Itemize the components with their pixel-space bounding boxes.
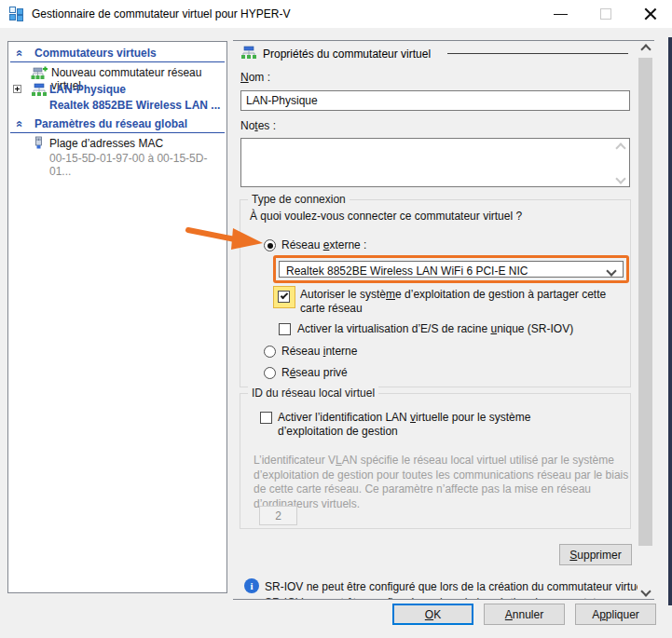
chevron-down-icon xyxy=(606,265,616,276)
connection-question: À quoi voulez-vous connecter ce commutat… xyxy=(250,210,522,224)
scrollbar-thumb[interactable] xyxy=(638,58,652,546)
section-divider xyxy=(10,132,225,133)
sidebar-item-mac-range-value[interactable]: 00-15-5D-01-97-00 à 00-15-5D-01... xyxy=(8,151,226,167)
clipped-next-line: SR-IOV ne peut être configuré que lors d… xyxy=(265,596,628,600)
check-icon xyxy=(281,292,288,299)
switch-properties-pane: Propriétés du commutateur virtuel Nom : … xyxy=(233,40,654,600)
group-title: ID du réseau local virtuel xyxy=(248,387,378,400)
notes-textarea[interactable] xyxy=(240,138,630,187)
adapter-highlight-annotation: Realtek 8852BE Wireless LAN WiFi 6 PCI-E… xyxy=(273,255,629,283)
adapter-selected-value: Realtek 8852BE Wireless LAN WiFi 6 PCI-E… xyxy=(286,265,528,278)
virtual-switch-icon xyxy=(240,46,257,60)
adapter-dropdown[interactable]: Realtek 8852BE Wireless LAN WiFi 6 PCI-E… xyxy=(279,261,624,278)
virtual-switch-icon xyxy=(31,83,48,97)
private-network-label: Réseau privé xyxy=(281,366,348,380)
delete-button[interactable]: Supprimer xyxy=(559,544,632,565)
new-switch-icon xyxy=(31,66,48,80)
connection-type-group: Type de connexion À quoi voulez-vous con… xyxy=(240,199,631,387)
sriov-info-message: SR-IOV ne peut être configuré que lors d… xyxy=(265,580,649,593)
external-network-label: Réseau externe : xyxy=(281,238,366,252)
hyperv-app-icon xyxy=(9,7,24,21)
group-title: Type de connexion xyxy=(248,193,350,206)
close-button[interactable] xyxy=(630,0,672,28)
sidebar-item-new-switch[interactable]: Nouveau commutateur réseau virtuel xyxy=(8,65,226,81)
minimize-icon xyxy=(554,14,568,15)
share-os-label: Autoriser le système d’exploitation de g… xyxy=(300,288,632,316)
scroll-down-button[interactable] xyxy=(638,583,653,599)
sriov-label: Activer la virtualisation d’E/S de racin… xyxy=(297,322,573,336)
window-title: Gestionnaire de commutateur virtuel pour… xyxy=(32,7,290,20)
vlan-description: L’identificateur VLAN spécifie le réseau… xyxy=(254,454,630,511)
name-label: Nom : xyxy=(240,71,270,84)
collapse-chevron-icon: « xyxy=(14,120,25,127)
maximize-button xyxy=(585,0,627,28)
sidebar-item-lan-adapter[interactable]: Realtek 8852BE Wireless LAN ... xyxy=(8,98,226,114)
sidebar-section-global-settings[interactable]: « Paramètres du réseau global xyxy=(8,115,226,132)
section-title: Propriétés du commutateur virtuel xyxy=(263,48,431,61)
scroll-down-icon xyxy=(640,586,651,596)
vlan-id-input xyxy=(259,506,297,525)
scroll-up-button[interactable] xyxy=(638,41,653,57)
sriov-checkbox[interactable] xyxy=(279,323,291,335)
maximize-icon xyxy=(600,8,611,20)
cancel-button[interactable]: Annuler xyxy=(484,604,565,625)
minimize-button[interactable] xyxy=(541,0,583,28)
annotation-arrow xyxy=(185,224,267,251)
section-rule xyxy=(447,53,628,54)
window-right-border xyxy=(668,37,672,605)
vlan-enable-checkbox[interactable] xyxy=(260,412,272,424)
switch-tree-panel: « Commutateurs virtuels Nouveau commutat… xyxy=(7,41,227,593)
vlan-enable-label: Activer l’identification LAN virtuelle p… xyxy=(278,411,595,439)
vlan-id-group: ID du réseau local virtuel Activer l’ide… xyxy=(240,393,631,529)
share-os-checkbox[interactable] xyxy=(278,291,290,303)
internal-network-label: Réseau interne xyxy=(281,345,357,359)
private-network-radio[interactable] xyxy=(264,367,276,379)
share-checkbox-highlight-annotation xyxy=(273,286,295,308)
pane-scrollbar[interactable] xyxy=(638,41,653,599)
collapse-chevron-icon: « xyxy=(14,49,25,56)
scroll-up-icon xyxy=(640,44,651,54)
sidebar-item-mac-range[interactable]: Plage d’adresses MAC xyxy=(8,136,226,152)
title-bar: Gestionnaire de commutateur virtuel pour… xyxy=(0,0,672,28)
scroll-up-icon xyxy=(615,143,625,153)
mac-address-icon xyxy=(34,136,44,150)
sidebar-item-lan-physique[interactable]: LAN-Physique xyxy=(8,82,226,98)
close-icon xyxy=(644,7,657,20)
apply-button[interactable]: Appliquer xyxy=(575,604,656,625)
notes-label: Notes : xyxy=(240,119,276,132)
sidebar-section-virtual-switches[interactable]: « Commutateurs virtuels xyxy=(8,45,226,61)
scroll-down-icon xyxy=(615,173,625,183)
ok-button[interactable]: OK xyxy=(392,604,473,625)
section-divider xyxy=(10,61,225,62)
expand-icon[interactable] xyxy=(13,85,21,93)
info-icon: i xyxy=(244,578,259,593)
internal-network-radio[interactable] xyxy=(264,346,276,358)
name-input[interactable] xyxy=(240,90,630,111)
